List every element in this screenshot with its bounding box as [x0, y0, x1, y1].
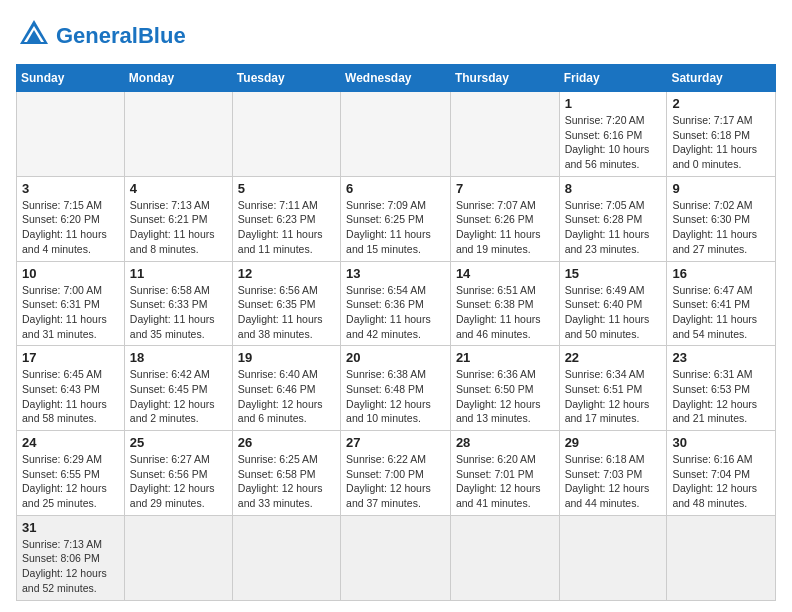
calendar-cell [232, 92, 340, 177]
calendar-week-row: 24Sunrise: 6:29 AM Sunset: 6:55 PM Dayli… [17, 431, 776, 516]
calendar-cell: 24Sunrise: 6:29 AM Sunset: 6:55 PM Dayli… [17, 431, 125, 516]
day-number: 5 [238, 181, 335, 196]
calendar-cell: 10Sunrise: 7:00 AM Sunset: 6:31 PM Dayli… [17, 261, 125, 346]
day-info: Sunrise: 6:45 AM Sunset: 6:43 PM Dayligh… [22, 367, 119, 426]
calendar-cell: 16Sunrise: 6:47 AM Sunset: 6:41 PM Dayli… [667, 261, 776, 346]
day-info: Sunrise: 7:05 AM Sunset: 6:28 PM Dayligh… [565, 198, 662, 257]
calendar-cell: 23Sunrise: 6:31 AM Sunset: 6:53 PM Dayli… [667, 346, 776, 431]
calendar-cell: 17Sunrise: 6:45 AM Sunset: 6:43 PM Dayli… [17, 346, 125, 431]
calendar-cell: 30Sunrise: 6:16 AM Sunset: 7:04 PM Dayli… [667, 431, 776, 516]
day-number: 14 [456, 266, 554, 281]
day-info: Sunrise: 7:13 AM Sunset: 8:06 PM Dayligh… [22, 537, 119, 596]
calendar-cell [124, 515, 232, 600]
day-number: 27 [346, 435, 445, 450]
day-info: Sunrise: 6:42 AM Sunset: 6:45 PM Dayligh… [130, 367, 227, 426]
day-number: 28 [456, 435, 554, 450]
day-number: 6 [346, 181, 445, 196]
calendar-cell: 3Sunrise: 7:15 AM Sunset: 6:20 PM Daylig… [17, 176, 125, 261]
day-number: 29 [565, 435, 662, 450]
logo: GeneralBlue [16, 16, 186, 56]
calendar-cell: 29Sunrise: 6:18 AM Sunset: 7:03 PM Dayli… [559, 431, 667, 516]
day-info: Sunrise: 7:11 AM Sunset: 6:23 PM Dayligh… [238, 198, 335, 257]
day-number: 24 [22, 435, 119, 450]
day-number: 19 [238, 350, 335, 365]
calendar-cell: 4Sunrise: 7:13 AM Sunset: 6:21 PM Daylig… [124, 176, 232, 261]
day-info: Sunrise: 7:09 AM Sunset: 6:25 PM Dayligh… [346, 198, 445, 257]
day-info: Sunrise: 6:31 AM Sunset: 6:53 PM Dayligh… [672, 367, 770, 426]
calendar-week-row: 31Sunrise: 7:13 AM Sunset: 8:06 PM Dayli… [17, 515, 776, 600]
day-info: Sunrise: 6:51 AM Sunset: 6:38 PM Dayligh… [456, 283, 554, 342]
calendar-cell: 26Sunrise: 6:25 AM Sunset: 6:58 PM Dayli… [232, 431, 340, 516]
day-number: 10 [22, 266, 119, 281]
calendar-cell: 27Sunrise: 6:22 AM Sunset: 7:00 PM Dayli… [341, 431, 451, 516]
day-info: Sunrise: 6:58 AM Sunset: 6:33 PM Dayligh… [130, 283, 227, 342]
weekday-header-friday: Friday [559, 65, 667, 92]
day-number: 16 [672, 266, 770, 281]
calendar-week-row: 3Sunrise: 7:15 AM Sunset: 6:20 PM Daylig… [17, 176, 776, 261]
calendar-cell: 22Sunrise: 6:34 AM Sunset: 6:51 PM Dayli… [559, 346, 667, 431]
weekday-header-sunday: Sunday [17, 65, 125, 92]
day-info: Sunrise: 6:56 AM Sunset: 6:35 PM Dayligh… [238, 283, 335, 342]
calendar-week-row: 17Sunrise: 6:45 AM Sunset: 6:43 PM Dayli… [17, 346, 776, 431]
calendar-week-row: 10Sunrise: 7:00 AM Sunset: 6:31 PM Dayli… [17, 261, 776, 346]
day-info: Sunrise: 6:49 AM Sunset: 6:40 PM Dayligh… [565, 283, 662, 342]
logo-icon [16, 16, 52, 56]
day-info: Sunrise: 6:40 AM Sunset: 6:46 PM Dayligh… [238, 367, 335, 426]
day-info: Sunrise: 6:34 AM Sunset: 6:51 PM Dayligh… [565, 367, 662, 426]
day-number: 4 [130, 181, 227, 196]
day-number: 13 [346, 266, 445, 281]
weekday-header-saturday: Saturday [667, 65, 776, 92]
day-number: 25 [130, 435, 227, 450]
weekday-header-tuesday: Tuesday [232, 65, 340, 92]
day-info: Sunrise: 7:02 AM Sunset: 6:30 PM Dayligh… [672, 198, 770, 257]
weekday-header-monday: Monday [124, 65, 232, 92]
calendar-cell [17, 92, 125, 177]
day-info: Sunrise: 6:47 AM Sunset: 6:41 PM Dayligh… [672, 283, 770, 342]
day-number: 18 [130, 350, 227, 365]
calendar-cell: 9Sunrise: 7:02 AM Sunset: 6:30 PM Daylig… [667, 176, 776, 261]
calendar-cell [559, 515, 667, 600]
day-number: 9 [672, 181, 770, 196]
day-info: Sunrise: 6:16 AM Sunset: 7:04 PM Dayligh… [672, 452, 770, 511]
day-info: Sunrise: 6:29 AM Sunset: 6:55 PM Dayligh… [22, 452, 119, 511]
calendar-table: SundayMondayTuesdayWednesdayThursdayFrid… [16, 64, 776, 601]
calendar-cell: 7Sunrise: 7:07 AM Sunset: 6:26 PM Daylig… [450, 176, 559, 261]
calendar-cell: 5Sunrise: 7:11 AM Sunset: 6:23 PM Daylig… [232, 176, 340, 261]
day-info: Sunrise: 7:15 AM Sunset: 6:20 PM Dayligh… [22, 198, 119, 257]
calendar-cell [450, 515, 559, 600]
calendar-cell: 21Sunrise: 6:36 AM Sunset: 6:50 PM Dayli… [450, 346, 559, 431]
calendar-cell: 8Sunrise: 7:05 AM Sunset: 6:28 PM Daylig… [559, 176, 667, 261]
logo-text: GeneralBlue [56, 23, 186, 48]
day-number: 31 [22, 520, 119, 535]
day-number: 8 [565, 181, 662, 196]
day-info: Sunrise: 7:20 AM Sunset: 6:16 PM Dayligh… [565, 113, 662, 172]
day-info: Sunrise: 6:54 AM Sunset: 6:36 PM Dayligh… [346, 283, 445, 342]
day-number: 21 [456, 350, 554, 365]
day-number: 12 [238, 266, 335, 281]
calendar-cell: 20Sunrise: 6:38 AM Sunset: 6:48 PM Dayli… [341, 346, 451, 431]
day-info: Sunrise: 6:20 AM Sunset: 7:01 PM Dayligh… [456, 452, 554, 511]
calendar-cell [667, 515, 776, 600]
calendar-cell: 25Sunrise: 6:27 AM Sunset: 6:56 PM Dayli… [124, 431, 232, 516]
calendar-cell: 28Sunrise: 6:20 AM Sunset: 7:01 PM Dayli… [450, 431, 559, 516]
day-number: 7 [456, 181, 554, 196]
calendar-cell: 31Sunrise: 7:13 AM Sunset: 8:06 PM Dayli… [17, 515, 125, 600]
day-info: Sunrise: 7:00 AM Sunset: 6:31 PM Dayligh… [22, 283, 119, 342]
day-number: 17 [22, 350, 119, 365]
calendar-cell [124, 92, 232, 177]
calendar-cell: 11Sunrise: 6:58 AM Sunset: 6:33 PM Dayli… [124, 261, 232, 346]
calendar-week-row: 1Sunrise: 7:20 AM Sunset: 6:16 PM Daylig… [17, 92, 776, 177]
day-number: 26 [238, 435, 335, 450]
calendar-cell: 19Sunrise: 6:40 AM Sunset: 6:46 PM Dayli… [232, 346, 340, 431]
calendar-cell [232, 515, 340, 600]
day-info: Sunrise: 6:36 AM Sunset: 6:50 PM Dayligh… [456, 367, 554, 426]
day-number: 23 [672, 350, 770, 365]
calendar-cell [341, 92, 451, 177]
calendar-cell: 15Sunrise: 6:49 AM Sunset: 6:40 PM Dayli… [559, 261, 667, 346]
day-info: Sunrise: 7:13 AM Sunset: 6:21 PM Dayligh… [130, 198, 227, 257]
day-number: 2 [672, 96, 770, 111]
calendar-cell [450, 92, 559, 177]
day-info: Sunrise: 6:25 AM Sunset: 6:58 PM Dayligh… [238, 452, 335, 511]
calendar-cell: 6Sunrise: 7:09 AM Sunset: 6:25 PM Daylig… [341, 176, 451, 261]
page-header: GeneralBlue [16, 16, 776, 56]
